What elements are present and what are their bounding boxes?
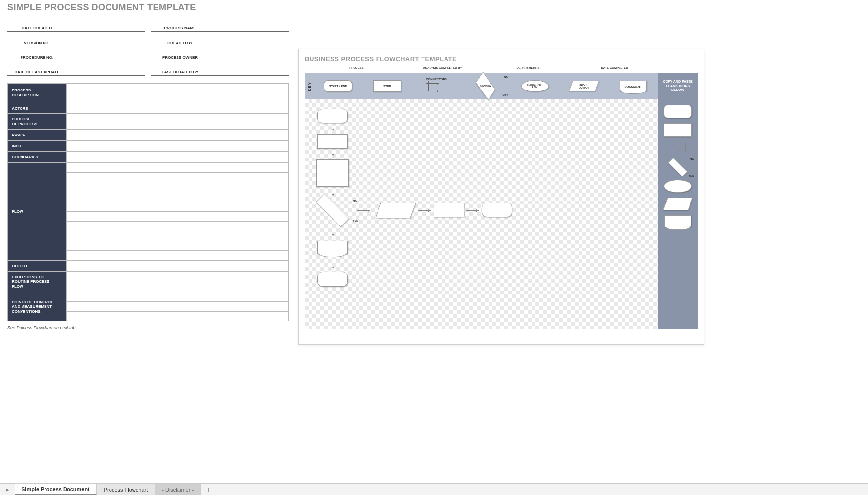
section-cell[interactable] xyxy=(67,140,289,152)
arrow-icon xyxy=(333,149,333,157)
process-document-panel: SIMPLE PROCESS DOCUMENT TEMPLATE DATE CR… xyxy=(7,2,289,330)
flow-terminator[interactable] xyxy=(317,109,348,123)
key-link: FLOWCHARTLINK xyxy=(510,73,559,99)
flow-document[interactable] xyxy=(317,241,348,254)
tab-simple-process[interactable]: Simple Process Document xyxy=(15,484,97,495)
meta-value[interactable] xyxy=(67,31,145,46)
arrow-icon xyxy=(466,210,479,211)
flowchart-card: BUSINESS PROCESS FLOWCHART TEMPLATE PROC… xyxy=(298,49,704,345)
section-header: FLOW xyxy=(8,163,67,261)
flow-io[interactable] xyxy=(375,202,416,218)
footer-note: See Process Flowchart on next tab xyxy=(7,325,289,330)
section-cell[interactable] xyxy=(67,231,289,241)
meta-label: PROCESS OWNER xyxy=(151,46,210,61)
tab-nav-icon[interactable]: ▶ xyxy=(0,484,15,495)
flowchart-title: BUSINESS PROCESS FLOWCHART TEMPLATE xyxy=(305,55,698,63)
hdr-date: DATE COMPLETED xyxy=(572,65,658,71)
palette-io[interactable] xyxy=(663,198,692,210)
meta-label: LAST UPDATED BY xyxy=(151,61,210,75)
meta-table: DATE CREATED PROCESS NAME VERSION NO. CR… xyxy=(7,17,289,76)
arrow-icon xyxy=(333,225,333,237)
section-cell[interactable] xyxy=(67,114,289,130)
section-cell[interactable] xyxy=(67,152,289,163)
section-cell[interactable] xyxy=(67,212,289,222)
terminator-icon: START / END xyxy=(324,80,352,92)
section-cell[interactable] xyxy=(67,292,289,302)
meta-value[interactable] xyxy=(67,61,145,75)
key-strip: KEY START / END STEP CONNECTORS NO DECIS… xyxy=(305,73,698,99)
meta-label: PROCEDURE NO. xyxy=(7,46,67,61)
key-label-col: KEY xyxy=(305,73,313,99)
meta-label: VERSION NO. xyxy=(7,31,67,46)
section-cell[interactable] xyxy=(67,271,289,282)
palette-document[interactable] xyxy=(664,215,691,227)
section-cell[interactable] xyxy=(67,251,289,261)
meta-value[interactable] xyxy=(210,17,289,31)
meta-value[interactable] xyxy=(210,61,289,75)
section-cell[interactable] xyxy=(67,192,289,202)
key-terminator: START / END xyxy=(313,73,363,99)
arrow-icon xyxy=(418,210,431,211)
section-cell[interactable] xyxy=(67,163,289,173)
meta-value[interactable] xyxy=(210,46,289,61)
palette-decision[interactable]: NO YES xyxy=(663,159,692,175)
tab-disclaimer[interactable]: - Disclaimer - xyxy=(155,484,201,495)
section-cell[interactable] xyxy=(67,173,289,182)
section-cell[interactable] xyxy=(67,93,289,103)
section-cell[interactable] xyxy=(67,282,289,292)
flow-step[interactable] xyxy=(434,202,464,217)
section-header: SCOPE xyxy=(8,130,67,141)
key-decision: NO DECISION YES xyxy=(461,73,511,99)
section-cell[interactable] xyxy=(67,241,289,251)
section-header: ACTORS xyxy=(8,103,67,114)
section-header: BOUNDARIES xyxy=(8,152,67,163)
flowchart-canvas[interactable]: NO YES xyxy=(305,99,658,329)
section-cell[interactable] xyxy=(67,261,289,272)
flow-step-large[interactable] xyxy=(316,159,349,187)
palette-terminator[interactable] xyxy=(664,105,692,118)
tab-process-flowchart[interactable]: Process Flowchart xyxy=(97,484,155,495)
flow-decision[interactable] xyxy=(316,194,349,227)
step-icon: STEP xyxy=(373,80,401,92)
copy-paste-label: COPY AND PASTEBLANK ICONSBELOW xyxy=(658,73,698,99)
meta-label: CREATED BY xyxy=(151,31,210,46)
key-step: STEP xyxy=(363,73,412,99)
add-tab-button[interactable]: + xyxy=(201,484,216,495)
meta-label: PROCESS NAME xyxy=(151,17,210,31)
arrow-icon xyxy=(357,210,370,211)
shape-palette: NO YES xyxy=(658,99,698,329)
section-header: POINTS OF CONTROLAND MEASUREMENTCONVENTI… xyxy=(8,292,67,321)
decision-no-label: NO xyxy=(353,200,357,202)
arrow-icon xyxy=(333,123,333,131)
section-cell[interactable] xyxy=(67,83,289,93)
flow-terminator[interactable] xyxy=(482,202,512,217)
sheet-tab-bar: ▶ Simple Process Document Process Flowch… xyxy=(0,483,868,495)
connector-icon xyxy=(426,81,446,95)
section-cell[interactable] xyxy=(67,182,289,192)
palette-connectors[interactable] xyxy=(664,142,692,155)
key-io: INPUT /OUTPUT xyxy=(559,73,609,99)
section-cell[interactable] xyxy=(67,312,289,321)
flow-terminator-end[interactable] xyxy=(317,272,348,287)
palette-link[interactable] xyxy=(664,180,692,193)
document-icon: DOCUMENT xyxy=(620,81,647,91)
meta-value[interactable] xyxy=(67,17,145,31)
section-cell[interactable] xyxy=(67,103,289,114)
hdr-analysis: ANALYSIS COMPLETED BY xyxy=(400,65,486,71)
section-cell[interactable] xyxy=(67,202,289,212)
decision-yes-label: YES xyxy=(353,219,358,222)
flow-step[interactable] xyxy=(317,134,348,149)
io-icon: INPUT /OUTPUT xyxy=(569,81,599,91)
palette-step[interactable] xyxy=(664,123,692,137)
doc-title: SIMPLE PROCESS DOCUMENT TEMPLATE xyxy=(7,2,289,13)
section-cell[interactable] xyxy=(67,130,289,141)
flowchart-header-row: PROCESS ANALYSIS COMPLETED BY DEPARTMENT… xyxy=(305,65,698,71)
meta-value[interactable] xyxy=(210,31,289,46)
section-cell[interactable] xyxy=(67,222,289,231)
section-header: EXCEPTIONS TOROUTINE PROCESS FLOW xyxy=(8,271,67,292)
section-header: PROCESSDESCRIPTION xyxy=(8,83,67,103)
section-cell[interactable] xyxy=(67,302,289,312)
arrow-icon xyxy=(333,257,333,269)
arrow-icon xyxy=(333,187,333,197)
meta-value[interactable] xyxy=(67,46,145,61)
